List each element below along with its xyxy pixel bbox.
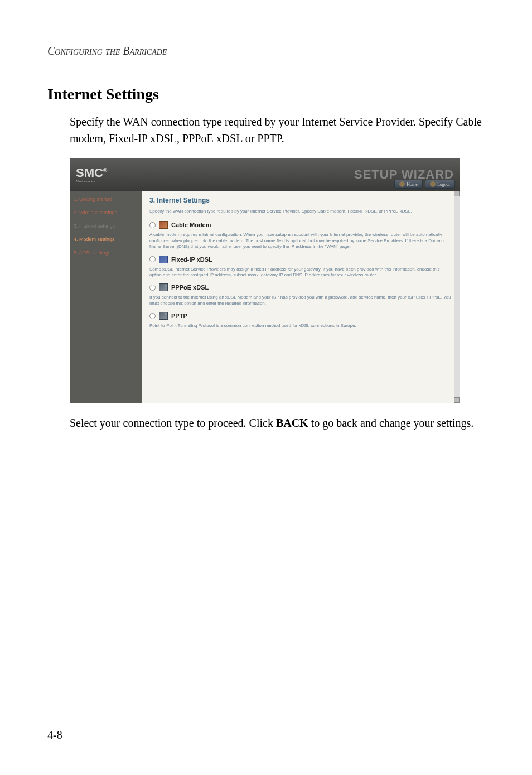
smc-logo-sub: Networks	[76, 179, 107, 184]
wizard-header: SMC® Networks SETUP WIZARD Home Logout	[70, 158, 460, 191]
pppoe-label: PPPoE xDSL	[171, 284, 209, 291]
content-area: 3. Internet Settings Specify the WAN con…	[142, 191, 460, 403]
pppoe-icon	[159, 283, 168, 291]
sidebar: 1. Getting started 2. Wireless settings …	[70, 191, 142, 403]
radio-pppoe[interactable]	[149, 285, 156, 291]
scroll-down-icon[interactable]	[454, 397, 460, 403]
option-fixed-ip[interactable]: Fixed-IP xDSL	[149, 256, 452, 263]
wizard-body: 1. Getting started 2. Wireless settings …	[70, 191, 460, 403]
home-icon	[399, 181, 405, 187]
intro-text: Specify the WAN connection type required…	[70, 113, 485, 147]
scroll-up-icon[interactable]	[454, 191, 460, 196]
logout-label: Logout	[437, 182, 450, 187]
option-pptp[interactable]: PPTP	[149, 312, 452, 320]
scrollbar[interactable]	[454, 191, 460, 403]
pptp-label: PPTP	[171, 312, 187, 319]
wizard-buttons: Home Logout	[394, 180, 455, 189]
sidebar-item-adsl[interactable]: 5. ADSL settings	[74, 250, 138, 256]
home-button[interactable]: Home	[394, 180, 423, 189]
content-title: 3. Internet Settings	[149, 196, 452, 204]
wizard-screenshot: SMC® Networks SETUP WIZARD Home Logout 1…	[70, 158, 460, 403]
bottom-text: Select your connection type to proceed. …	[70, 415, 485, 431]
logout-button[interactable]: Logout	[425, 180, 455, 189]
radio-fixed[interactable]	[149, 256, 156, 262]
home-label: Home	[407, 182, 418, 187]
sidebar-item-modem[interactable]: 4. Modem settings	[74, 237, 138, 242]
fixed-ip-icon	[159, 256, 168, 263]
pptp-desc: Point-to-Point Tunneling Protocol is a c…	[149, 323, 452, 329]
sidebar-item-getting-started[interactable]: 1. Getting started	[74, 196, 138, 202]
option-pppoe[interactable]: PPPoE xDSL	[149, 283, 452, 291]
fixed-desc: Some xDSL Internet Service Providers may…	[149, 267, 452, 278]
sidebar-item-wireless[interactable]: 2. Wireless settings	[74, 210, 138, 215]
smc-logo-block: SMC® Networks	[76, 166, 107, 184]
radio-pptp[interactable]	[149, 313, 156, 319]
cable-label: Cable Modem	[171, 222, 211, 228]
cable-desc: A cable modem requires minimal configura…	[149, 232, 452, 249]
content-desc: Specify the WAN connection type required…	[149, 209, 452, 214]
page-header: Configuring the Barricade	[47, 45, 485, 57]
pptp-icon	[159, 312, 168, 320]
bottom-text-bold: BACK	[276, 417, 308, 429]
page-number: 4-8	[47, 729, 62, 742]
modem-icon	[159, 221, 168, 229]
bottom-text-2: to go back and change your settings.	[308, 417, 474, 429]
section-title: Internet Settings	[47, 85, 485, 103]
sidebar-item-internet[interactable]: 3. Internet settings	[74, 223, 138, 229]
smc-logo: SMC®	[76, 166, 107, 180]
logout-icon	[430, 181, 436, 187]
radio-cable[interactable]	[149, 222, 156, 228]
option-cable-modem[interactable]: Cable Modem	[149, 221, 452, 229]
pppoe-desc: If you connect to the Internet using an …	[149, 295, 452, 306]
fixed-label: Fixed-IP xDSL	[171, 256, 212, 263]
bottom-text-1: Select your connection type to proceed. …	[70, 417, 276, 429]
